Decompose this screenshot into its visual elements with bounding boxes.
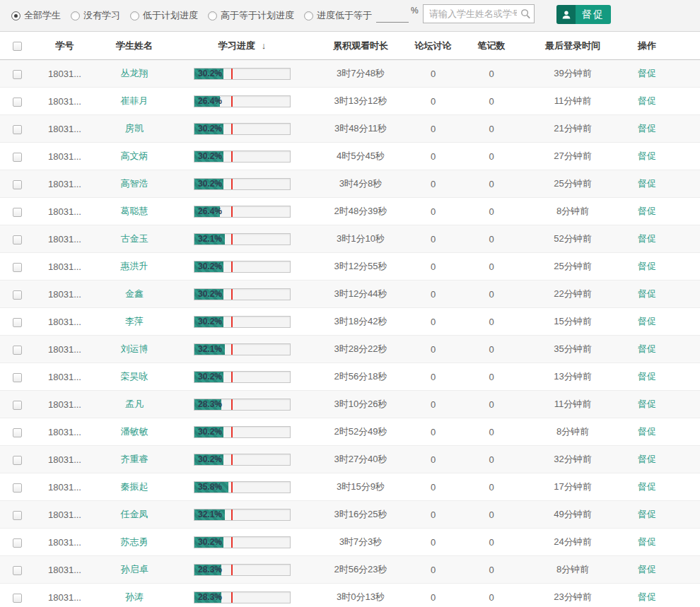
- student-name-link[interactable]: 任金凤: [121, 509, 148, 519]
- forum-count: 0: [410, 509, 456, 520]
- row-checkbox[interactable]: [13, 153, 22, 162]
- notes-count: 0: [456, 151, 527, 162]
- row-checkbox[interactable]: [13, 511, 22, 520]
- plan-marker-line: [231, 454, 233, 465]
- action-cell: 督促: [619, 315, 675, 328]
- student-name-link[interactable]: 高文炳: [121, 151, 148, 161]
- radio-icon[interactable]: [208, 11, 217, 20]
- urge-link[interactable]: 督促: [638, 206, 656, 216]
- urge-link[interactable]: 督促: [638, 426, 656, 437]
- student-name-link[interactable]: 秦振起: [121, 481, 148, 492]
- plan-marker-line: [231, 96, 233, 107]
- student-name-link[interactable]: 惠洪升: [121, 261, 148, 271]
- student-name-link[interactable]: 孙启卓: [121, 564, 148, 574]
- radio-icon[interactable]: [130, 11, 139, 20]
- row-checkbox[interactable]: [13, 346, 22, 355]
- student-name-link[interactable]: 苏志勇: [121, 536, 148, 547]
- student-name-link[interactable]: 潘敏敏: [121, 426, 148, 437]
- row-checkbox[interactable]: [13, 538, 22, 548]
- student-id: 18031...: [34, 124, 95, 134]
- urge-link[interactable]: 督促: [638, 343, 656, 354]
- filter-bar: 全部学生 没有学习 低于计划进度 高于等于计划进度 进度低于等于 %: [0, 0, 700, 32]
- urge-link[interactable]: 督促: [638, 454, 656, 464]
- row-checkbox[interactable]: [13, 290, 22, 300]
- urge-link[interactable]: 督促: [638, 371, 656, 382]
- urge-link[interactable]: 督促: [638, 399, 656, 409]
- row-checkbox[interactable]: [13, 401, 22, 410]
- urge-link[interactable]: 督促: [638, 288, 656, 299]
- student-name-link[interactable]: 李萍: [125, 316, 144, 326]
- urge-link[interactable]: 督促: [638, 261, 656, 271]
- urge-link[interactable]: 督促: [638, 509, 656, 519]
- radio-icon[interactable]: [304, 11, 313, 20]
- student-name-link[interactable]: 刘运博: [121, 343, 148, 354]
- progress-bar: 30.2%: [194, 371, 291, 383]
- urge-link[interactable]: 督促: [638, 233, 656, 244]
- watch-time: 3时28分22秒: [311, 343, 410, 355]
- action-cell: 督促: [619, 260, 675, 273]
- row-checkbox[interactable]: [13, 373, 22, 382]
- row-checkbox[interactable]: [13, 208, 22, 217]
- progress-percent-label: 28.3%: [198, 399, 222, 410]
- column-header-progress[interactable]: 学习进度 ↓: [173, 40, 311, 52]
- row-checkbox-cell: [0, 454, 34, 464]
- student-name-link[interactable]: 房凯: [125, 123, 144, 134]
- threshold-input[interactable]: [376, 11, 409, 23]
- last-login-time: 25分钟前: [527, 260, 619, 273]
- row-checkbox-cell: [0, 536, 34, 547]
- row-checkbox[interactable]: [13, 456, 22, 465]
- column-header-actions: 操作: [619, 40, 675, 52]
- urge-link[interactable]: 督促: [638, 481, 656, 492]
- search-input[interactable]: [423, 4, 535, 23]
- row-checkbox[interactable]: [13, 180, 22, 189]
- student-name-link[interactable]: 孟凡: [125, 399, 144, 409]
- radio-icon[interactable]: [71, 11, 80, 20]
- row-checkbox[interactable]: [13, 235, 22, 244]
- row-checkbox[interactable]: [13, 318, 22, 327]
- row-checkbox[interactable]: [13, 594, 22, 603]
- student-id: 18031...: [34, 427, 95, 437]
- row-checkbox[interactable]: [13, 483, 22, 493]
- urge-link[interactable]: 督促: [638, 564, 656, 574]
- sort-desc-icon[interactable]: ↓: [262, 40, 267, 51]
- plan-marker-line: [231, 261, 233, 272]
- row-checkbox[interactable]: [13, 428, 22, 437]
- table-row: 18031... 惠洪升 30.2% 3时12分55秒 0 0 25分钟前 督促: [0, 253, 700, 281]
- urge-link[interactable]: 督促: [638, 123, 656, 134]
- student-name-link[interactable]: 金鑫: [125, 288, 144, 299]
- urge-link[interactable]: 督促: [638, 68, 656, 78]
- student-name-link[interactable]: 崔菲月: [121, 95, 148, 106]
- notes-count: 0: [456, 427, 527, 437]
- student-name-link[interactable]: 葛聪慧: [121, 206, 148, 216]
- urge-link[interactable]: 督促: [638, 316, 656, 326]
- filter-radio-at-or-above-plan[interactable]: 高于等于计划进度: [208, 9, 294, 22]
- filter-radio-not-studied[interactable]: 没有学习: [71, 9, 120, 22]
- student-name-link[interactable]: 丛龙翔: [121, 68, 148, 78]
- row-checkbox[interactable]: [13, 125, 22, 134]
- filter-radio-below-plan[interactable]: 低于计划进度: [130, 9, 198, 22]
- filter-radio-progress-below-threshold[interactable]: 进度低于等于 %: [304, 8, 419, 23]
- urge-all-button[interactable]: 督促: [556, 5, 611, 24]
- urge-link[interactable]: 督促: [638, 536, 656, 547]
- student-id: 18031...: [34, 69, 95, 79]
- row-checkbox[interactable]: [13, 70, 22, 79]
- student-name-link[interactable]: 栾昊咏: [121, 371, 148, 382]
- watch-time: 3时16分25秒: [311, 508, 410, 521]
- urge-link[interactable]: 督促: [638, 151, 656, 161]
- student-name-link[interactable]: 孙涛: [125, 591, 144, 602]
- row-checkbox[interactable]: [13, 263, 22, 272]
- last-login-time: 11分钟前: [527, 398, 619, 411]
- urge-link[interactable]: 督促: [638, 178, 656, 189]
- student-name-link[interactable]: 古金玉: [121, 233, 148, 244]
- row-checkbox[interactable]: [13, 98, 22, 107]
- student-name-link[interactable]: 齐重睿: [121, 454, 148, 464]
- filter-label: 进度低于等于: [317, 9, 372, 22]
- urge-link[interactable]: 督促: [638, 95, 656, 106]
- urge-link[interactable]: 督促: [638, 591, 656, 602]
- row-checkbox[interactable]: [13, 566, 22, 575]
- filter-radio-all-students[interactable]: 全部学生: [11, 9, 61, 22]
- radio-selected-icon[interactable]: [11, 11, 21, 20]
- student-name-link[interactable]: 高智浩: [121, 178, 148, 189]
- select-all-checkbox[interactable]: [13, 42, 22, 51]
- progress-bar: 28.3%: [194, 591, 291, 603]
